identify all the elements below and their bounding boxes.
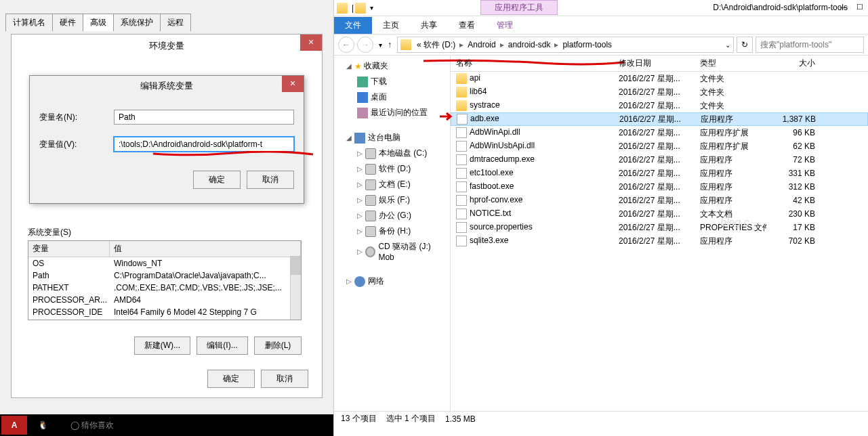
address-bar: ← → ▾ ↑ « 软件 (D:) ▸ Android ▸ android-sd… bbox=[334, 34, 868, 56]
refresh-button[interactable]: ↻ bbox=[737, 37, 753, 53]
edit-close-button[interactable]: × bbox=[282, 76, 304, 92]
edit-cancel-button[interactable]: 取消 bbox=[247, 171, 294, 189]
file-row[interactable]: NOTICE.txt2016/2/27 星期...文本文档230 KB bbox=[451, 207, 868, 221]
header-date[interactable]: 修改日期 bbox=[613, 58, 695, 69]
chevron-right-icon[interactable]: ▸ bbox=[458, 40, 465, 49]
qq-icon[interactable]: 🐧 bbox=[30, 416, 56, 435]
tab-advanced[interactable]: 高级 bbox=[83, 14, 114, 31]
sysvar-section-label: 系统变量(S) bbox=[28, 227, 71, 238]
file-row[interactable]: fastboot.exe2016/2/27 星期...应用程序312 KB bbox=[451, 180, 868, 194]
status-bar: 13 个项目 选中 1 个项目 1.35 MB bbox=[334, 411, 868, 426]
tree-drive-h[interactable]: ▷备份 (H:) bbox=[334, 223, 450, 239]
sysvar-new-button[interactable]: 新建(W)... bbox=[134, 336, 190, 355]
sysvar-table[interactable]: 变量 值 OSWindows_NTPathC:\ProgramData\Orac… bbox=[28, 240, 302, 320]
env-ok-button[interactable]: 确定 bbox=[207, 370, 255, 388]
file-list[interactable]: 名称 修改日期 类型 大小 api2016/2/27 星期...文件夹lib64… bbox=[451, 56, 868, 411]
tab-computer-name[interactable]: 计算机名 bbox=[5, 14, 53, 31]
file-list-header: 名称 修改日期 类型 大小 bbox=[451, 56, 868, 72]
file-row[interactable]: sqlite3.exe2016/2/27 星期...应用程序702 KB bbox=[451, 234, 868, 248]
tree-drive-f[interactable]: ▷娱乐 (F:) bbox=[334, 192, 450, 208]
sysvar-row[interactable]: PathC:\ProgramData\Oracle\Java\javapath;… bbox=[28, 269, 301, 282]
file-row[interactable]: systrace2016/2/27 星期...文件夹 bbox=[451, 99, 868, 112]
edit-system-variable-dialog: 编辑系统变量 × 变量名(N): 变量值(V): 确定 取消 bbox=[29, 75, 304, 204]
ribbon-view[interactable]: 查看 bbox=[448, 17, 486, 34]
header-name[interactable]: 名称 bbox=[451, 58, 613, 69]
header-size[interactable]: 大小 bbox=[766, 58, 821, 69]
sysvar-delete-button[interactable]: 删除(L) bbox=[254, 336, 302, 355]
addr-dropdown-icon[interactable]: ⌄ bbox=[725, 41, 730, 49]
tree-recent[interactable]: 最近访问的位置 bbox=[334, 105, 450, 121]
sysvar-scrollbar[interactable] bbox=[290, 256, 301, 320]
system-tabs: 计算机名 硬件 高级 系统保护 远程 bbox=[5, 14, 190, 31]
file-row[interactable]: lib642016/2/27 星期...文件夹 bbox=[451, 85, 868, 99]
chevron-right-icon[interactable]: ▸ bbox=[499, 40, 505, 49]
crumb[interactable]: android-sdk bbox=[505, 40, 554, 49]
crumb[interactable]: « 软件 (D:) bbox=[414, 39, 458, 51]
tree-network[interactable]: ▷网络 bbox=[334, 274, 450, 289]
header-type[interactable]: 类型 bbox=[695, 58, 766, 69]
sysvar-edit-button[interactable]: 编辑(I)... bbox=[197, 336, 247, 355]
crumb[interactable]: Android bbox=[465, 40, 498, 49]
nav-history-icon[interactable]: ▾ bbox=[379, 41, 382, 49]
tree-drive-d[interactable]: ▷软件 (D:) bbox=[334, 161, 450, 177]
tab-hardware[interactable]: 硬件 bbox=[52, 14, 83, 31]
var-value-label: 变量值(V): bbox=[39, 139, 114, 150]
file-row[interactable]: AdbWinUsbApi.dll2016/2/27 星期...应用程序扩展62 … bbox=[451, 139, 868, 153]
nav-forward-button[interactable]: → bbox=[357, 37, 373, 53]
edit-ok-button[interactable]: 确定 bbox=[193, 171, 241, 189]
env-close-button[interactable]: × bbox=[300, 35, 322, 51]
maximize-button[interactable]: ☐ bbox=[852, 0, 868, 14]
nav-back-button[interactable]: ← bbox=[338, 37, 354, 53]
nav-up-button[interactable]: ↑ bbox=[388, 40, 392, 49]
ribbon-tabs: 文件 主页 共享 查看 管理 bbox=[334, 16, 868, 34]
file-row[interactable]: dmtracedump.exe2016/2/27 星期...应用程序72 KB bbox=[451, 153, 868, 167]
system-properties-panel: 计算机名 硬件 高级 系统保护 远程 环境变量 × 编辑系统变量 × 变量名(N… bbox=[0, 0, 333, 436]
adobe-reader-icon[interactable]: A bbox=[1, 416, 27, 435]
file-row[interactable]: hprof-conv.exe2016/2/27 星期...应用程序42 KB bbox=[451, 194, 868, 207]
scrollbar-thumb[interactable] bbox=[291, 256, 302, 275]
tree-dvd[interactable]: ▷CD 驱动器 (J:) Mob bbox=[334, 239, 450, 264]
like-text: ◯ 猜你喜欢 bbox=[70, 420, 114, 431]
file-row[interactable]: AdbWinApi.dll2016/2/27 星期...应用程序扩展96 KB bbox=[451, 126, 868, 139]
nav-tree[interactable]: ◢★ 收藏夹 下载 桌面 最近访问的位置 ◢这台电脑 ▷本地磁盘 (C:) ▷软… bbox=[334, 56, 451, 411]
taskbar: A 🐧 ◯ 猜你喜欢 bbox=[0, 414, 333, 436]
file-row[interactable]: etc1tool.exe2016/2/27 星期...应用程序331 KB bbox=[451, 167, 868, 180]
chevron-right-icon[interactable]: ▸ bbox=[553, 40, 560, 49]
file-row[interactable]: adb.exe2016/2/27 星期...应用程序1,387 KB bbox=[451, 112, 868, 126]
env-cancel-button[interactable]: 取消 bbox=[261, 370, 308, 388]
sysvar-row[interactable]: PROCESSOR_IDEIntel64 Family 6 Model 42 S… bbox=[28, 306, 301, 318]
var-name-input[interactable] bbox=[114, 110, 294, 125]
folder-icon bbox=[400, 39, 411, 50]
search-input[interactable] bbox=[756, 37, 864, 53]
tree-drive-c[interactable]: ▷本地磁盘 (C:) bbox=[334, 146, 450, 161]
col-val: 值 bbox=[110, 241, 301, 257]
status-item-count: 13 个项目 bbox=[341, 413, 377, 424]
tab-remote[interactable]: 远程 bbox=[160, 14, 191, 31]
ribbon-home[interactable]: 主页 bbox=[372, 17, 410, 34]
tab-system-protection[interactable]: 系统保护 bbox=[113, 14, 161, 31]
tree-favorites[interactable]: ◢★ 收藏夹 bbox=[334, 58, 450, 74]
folder-icon bbox=[337, 3, 348, 14]
sysvar-row[interactable]: OSWindows_NT bbox=[28, 257, 301, 269]
tree-this-pc[interactable]: ◢这台电脑 bbox=[334, 130, 450, 146]
status-selected: 选中 1 个项目 bbox=[386, 413, 436, 424]
file-row[interactable]: source.properties2016/2/27 星期...PROPERTI… bbox=[451, 221, 868, 234]
address-box[interactable]: « 软件 (D:) ▸ Android ▸ android-sdk ▸ plat… bbox=[397, 37, 734, 53]
ribbon-manage[interactable]: 管理 bbox=[486, 17, 524, 34]
sysvar-row[interactable]: PATHEXT.COM;.EXE;.BAT;.CMD;.VBS;.VBE;.JS… bbox=[28, 282, 301, 294]
app-tools-tab[interactable]: 应用程序工具 bbox=[480, 0, 558, 15]
tree-downloads[interactable]: 下载 bbox=[334, 74, 450, 89]
crumb[interactable]: platform-tools bbox=[560, 40, 615, 49]
tree-drive-e[interactable]: ▷文档 (E:) bbox=[334, 177, 450, 192]
tree-drive-g[interactable]: ▷办公 (G:) bbox=[334, 208, 450, 223]
col-var: 变量 bbox=[28, 241, 110, 257]
window-title-path: D:\Android\android-sdk\platform-tools bbox=[713, 3, 848, 12]
ribbon-file[interactable]: 文件 bbox=[334, 17, 372, 34]
minimize-button[interactable]: — bbox=[835, 0, 852, 14]
var-value-input[interactable] bbox=[114, 137, 294, 152]
env-variables-dialog: 环境变量 × 编辑系统变量 × 变量名(N): 变量值(V): 确定 取消 bbox=[11, 34, 323, 398]
sysvar-row[interactable]: PROCESSOR_AR...AMD64 bbox=[28, 294, 301, 306]
tree-desktop[interactable]: 桌面 bbox=[334, 89, 450, 105]
ribbon-share[interactable]: 共享 bbox=[410, 17, 448, 34]
file-row[interactable]: api2016/2/27 星期...文件夹 bbox=[451, 72, 868, 85]
